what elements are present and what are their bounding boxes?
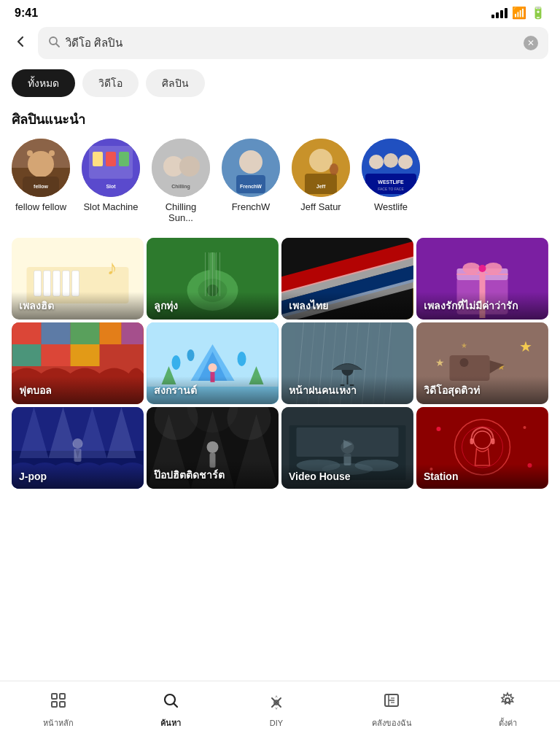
- nav-settings-label: ตั้งค่า: [499, 716, 517, 729]
- nav-library[interactable]: คลังของฉัน: [360, 689, 424, 732]
- artist-item[interactable]: FrenchW FrenchW: [222, 139, 280, 223]
- nav-home-label: หน้าหลัก: [43, 716, 74, 729]
- category-overlay: เพลงรักที่ไม่มีค่าว่ารัก: [416, 292, 548, 320]
- status-bar: 9:41 📶 🔋: [0, 0, 560, 23]
- clear-button[interactable]: ✕: [524, 36, 538, 50]
- category-overlay: วิดีโอสุดติวท่: [416, 376, 548, 404]
- avatar: fellow: [12, 139, 70, 197]
- back-button[interactable]: [12, 31, 31, 55]
- category-card[interactable]: สงกรานต์: [147, 322, 279, 404]
- category-card[interactable]: ลูกทุ่ง: [147, 238, 279, 320]
- svg-rect-68: [42, 322, 71, 344]
- home-icon: [50, 692, 67, 713]
- svg-rect-134: [470, 438, 474, 444]
- category-card[interactable]: ฟุตบอล: [12, 322, 144, 404]
- svg-point-63: [463, 263, 481, 274]
- category-label: ลูกทุ่ง: [154, 300, 178, 311]
- svg-rect-74: [71, 344, 100, 366]
- svg-rect-69: [71, 322, 100, 344]
- category-card[interactable]: ★ ★ ★ ★ วิดีโอสุดติวท่: [416, 322, 548, 404]
- category-label: J-pop: [19, 471, 47, 482]
- nav-library-label: คลังของฉัน: [372, 716, 412, 729]
- svg-point-31: [398, 155, 413, 169]
- category-card[interactable]: J-pop: [12, 407, 144, 489]
- nav-diy[interactable]: DIY: [256, 691, 297, 730]
- svg-point-126: [341, 441, 354, 454]
- category-grid: ♪ เพลงฮิต ลูกทุ่ง: [0, 238, 560, 320]
- category-overlay: สงกรานต์: [147, 376, 279, 404]
- artist-item[interactable]: Slot Slot Machine: [82, 139, 140, 223]
- avatar: Slot: [82, 139, 140, 197]
- artist-name: FrenchW: [232, 201, 271, 212]
- svg-point-98: [342, 364, 354, 376]
- svg-rect-54: [281, 238, 413, 295]
- nav-search-label: ค้นหา: [160, 716, 181, 729]
- svg-rect-135: [491, 438, 495, 444]
- category-card[interactable]: หน้าฝนคนเหงา: [281, 322, 413, 404]
- artist-name: Jeff Satur: [300, 201, 341, 212]
- filter-tab-all[interactable]: ทั้งหมด: [12, 69, 75, 97]
- category-overlay: ป๊อปฮิตติดชาร์ต: [147, 461, 279, 489]
- svg-rect-13: [119, 152, 129, 166]
- filter-tab-artist[interactable]: ศิลปิน: [146, 69, 205, 97]
- svg-line-145: [174, 704, 178, 708]
- filter-tabs: ทั้งหมด วิดีโอ ศิลปิน: [0, 66, 560, 106]
- svg-rect-70: [100, 322, 122, 344]
- wifi-icon: 📶: [512, 6, 526, 20]
- svg-marker-78: [191, 344, 235, 381]
- nav-home[interactable]: หน้าหลัก: [31, 689, 85, 732]
- svg-point-29: [369, 155, 384, 169]
- svg-point-117: [187, 407, 238, 433]
- category-overlay: Station: [416, 464, 548, 489]
- category-card[interactable]: ▶ Video House: [281, 407, 413, 489]
- svg-text:★: ★: [435, 357, 445, 368]
- artist-item[interactable]: fellow fellow fellow: [12, 139, 70, 223]
- category-label: ฟุตบอล: [19, 384, 52, 396]
- svg-point-112: [73, 438, 83, 449]
- svg-text:FrenchW: FrenchW: [240, 184, 262, 189]
- search-icon: [48, 36, 60, 50]
- artist-row: fellow fellow fellow Slot Slot Machine: [0, 139, 560, 238]
- nav-search[interactable]: ค้นหา: [149, 689, 192, 732]
- category-label: สงกรานต์: [154, 384, 197, 396]
- svg-text:★: ★: [461, 341, 467, 349]
- svg-point-65: [479, 265, 486, 272]
- svg-point-30: [384, 153, 398, 168]
- category-card[interactable]: ป๊อปฮิตติดชาร์ต: [147, 407, 279, 489]
- svg-text:Chilling: Chilling: [171, 184, 190, 190]
- svg-point-80: [187, 349, 195, 361]
- svg-point-109: [460, 358, 469, 367]
- svg-rect-141: [60, 694, 65, 699]
- search-nav-icon: [162, 692, 179, 713]
- category-card[interactable]: Station: [416, 407, 548, 489]
- battery-icon: 🔋: [531, 6, 545, 20]
- search-area: วิดีโอ ศิลปิน ✕: [0, 23, 560, 66]
- svg-text:★: ★: [519, 338, 532, 355]
- svg-point-20: [239, 150, 262, 174]
- artist-name: Chilling Sun...: [152, 201, 210, 223]
- category-card[interactable]: เพลงไทย: [281, 238, 413, 320]
- category-label: Station: [424, 471, 458, 482]
- svg-rect-67: [12, 322, 42, 344]
- svg-point-6: [27, 150, 33, 156]
- diy-icon: [268, 694, 285, 716]
- svg-text:Jeff: Jeff: [316, 184, 326, 189]
- bottom-nav: หน้าหลัก ค้นหา DIY: [0, 681, 560, 747]
- svg-rect-12: [106, 152, 116, 166]
- category-overlay: Video House: [281, 464, 413, 489]
- category-card[interactable]: เพลงรักที่ไม่มีค่าว่ารัก: [416, 238, 548, 320]
- svg-marker-108: [490, 360, 505, 374]
- filter-tab-video[interactable]: วิดีโอ: [82, 69, 139, 97]
- svg-point-7: [49, 150, 55, 156]
- artist-item[interactable]: Chilling Chilling Sun...: [152, 139, 210, 223]
- artist-item[interactable]: WESTLIFE FACE TO FACE Westlife: [362, 139, 420, 223]
- svg-rect-72: [12, 344, 42, 366]
- search-query: วิดีโอ ศิลปิน: [66, 34, 518, 52]
- svg-point-136: [437, 427, 441, 431]
- artist-name: Westlife: [374, 201, 408, 212]
- svg-text:Slot: Slot: [106, 184, 116, 189]
- category-card[interactable]: ♪ เพลงฮิต: [12, 238, 144, 320]
- nav-settings[interactable]: ตั้งค่า: [487, 689, 529, 732]
- artist-item[interactable]: Jeff Jeff Satur: [292, 139, 350, 223]
- svg-point-17: [179, 156, 200, 177]
